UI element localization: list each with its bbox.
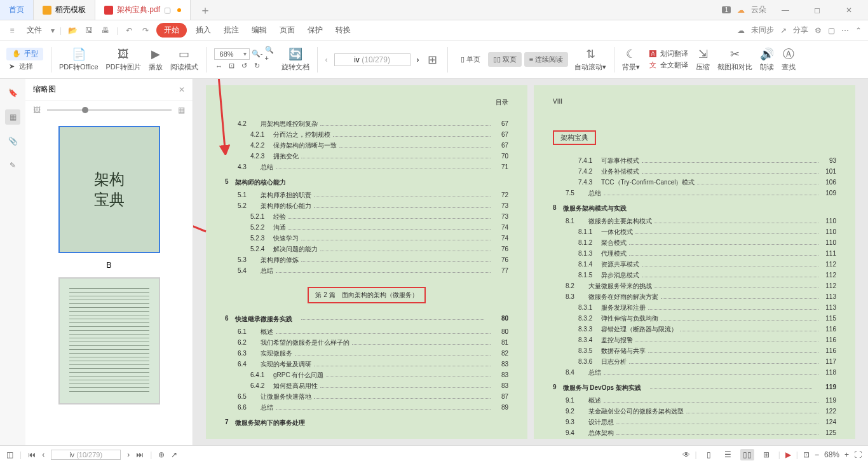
single-page[interactable]: ▯ 单页 — [456, 52, 485, 67]
pdf-to-office[interactable]: 📄PDF转Office — [59, 47, 98, 72]
sb-prev-page[interactable]: ‹ — [42, 450, 44, 459]
menu-edit[interactable]: 编辑 — [248, 24, 271, 37]
cloud-icon[interactable]: ☁ — [737, 6, 745, 15]
toc-entry: 9.2某金融创业公司的微服务架构选型122 — [553, 407, 836, 416]
play-button[interactable]: ▶播放 — [149, 47, 163, 72]
rotate-left-icon[interactable]: ↺ — [240, 61, 250, 71]
doc-icon: 📄 — [72, 47, 86, 61]
sb-fit-icon[interactable]: ⊡ — [803, 450, 810, 459]
find-btn[interactable]: Ⓐ查找 — [782, 47, 796, 72]
tab-add[interactable]: ＋ — [191, 0, 220, 20]
continuous-read[interactable]: ≡ 连续阅读 — [524, 52, 568, 67]
fit-width-icon[interactable]: ↔ — [214, 61, 224, 71]
signature-icon[interactable]: ✎ — [5, 158, 20, 173]
save-icon[interactable]: 🖫 — [83, 25, 95, 36]
sb-double-cont-view[interactable]: ⊞ — [759, 449, 773, 460]
print-icon[interactable]: 🖶 — [100, 25, 111, 36]
sb-zoom-out[interactable]: − — [815, 450, 819, 459]
select-tool[interactable]: ➤选择 — [6, 62, 43, 72]
sb-export-icon[interactable]: ↗ — [171, 450, 177, 459]
thumb-page-2[interactable] — [58, 277, 160, 404]
menu-protect[interactable]: 保护 — [304, 24, 327, 37]
seltrans-icon: 🅰 — [648, 49, 658, 59]
tab-document[interactable]: 架构宝典.pdf ▢ — [95, 0, 191, 20]
sb-zoom-in[interactable]: + — [844, 450, 849, 459]
apps-icon[interactable]: ▢ — [828, 26, 835, 35]
background-btn[interactable]: ☾背景▾ — [622, 47, 640, 72]
window-minimize[interactable]: — — [773, 6, 798, 15]
sb-single-view[interactable]: ▯ — [702, 449, 716, 460]
toc-entry: 6.2我们希望的微服务是什么样子的81 — [225, 338, 508, 347]
toc-entry: 5.2.1经验73 — [225, 212, 508, 221]
pdf-to-image[interactable]: 🖼PDF转图片 — [106, 47, 141, 72]
auto-scroll[interactable]: ⇅自动滚动▾ — [574, 47, 606, 72]
thumbnails-icon[interactable]: ▦ — [5, 109, 20, 125]
share-icon[interactable]: ↗ — [780, 26, 787, 35]
sb-insert-icon[interactable]: ⊕ — [158, 450, 165, 459]
toolbar: ✋手型 ➤选择 📄PDF转Office 🖼PDF转图片 ▶播放 ▭阅读模式 68… — [0, 41, 868, 79]
sb-continuous-view[interactable]: ☰ — [721, 449, 735, 460]
sb-last-page[interactable]: ⏭ — [136, 450, 144, 459]
more-icon[interactable]: ⋯ — [841, 26, 849, 35]
redo-icon[interactable]: ↷ — [140, 25, 151, 36]
fit-page-icon[interactable]: ⊡ — [227, 61, 237, 71]
settings-icon[interactable]: ⚙ — [815, 26, 822, 35]
sb-page-input[interactable]: iv (10/279) — [51, 450, 121, 460]
thumbnail-list[interactable]: 架构宝典 B — [25, 120, 193, 445]
sync-icon[interactable]: ☁ — [737, 26, 745, 35]
menu-start[interactable]: 开始 — [156, 23, 187, 38]
undo-icon[interactable]: ↶ — [123, 25, 135, 36]
menu-icon[interactable]: ≡ — [6, 25, 18, 36]
sb-eye-icon[interactable]: 👁 — [682, 450, 690, 459]
crop-compare-btn[interactable]: ✂截图和对比 — [717, 47, 752, 72]
unsync-label[interactable]: 未同步 — [751, 25, 774, 36]
sel-translate[interactable]: 🅰划词翻译 — [648, 49, 688, 59]
find-icon: Ⓐ — [782, 47, 796, 61]
read-mode[interactable]: ▭阅读模式 — [170, 47, 198, 72]
next-page-icon[interactable]: › — [417, 55, 419, 64]
thumb-page-1[interactable]: 架构宝典 — [58, 126, 160, 253]
read-aloud-btn[interactable]: 🔊朗读 — [760, 47, 774, 72]
prev-page-icon[interactable]: ‹ — [325, 55, 328, 64]
compress-btn[interactable]: ⇲压缩 — [696, 47, 710, 72]
thumb-grid-icon[interactable]: ▦ — [178, 106, 185, 114]
sb-first-page[interactable]: ⏮ — [28, 450, 36, 459]
toc-entry: 6.6总结89 — [225, 403, 508, 412]
tab-template[interactable]: 稻壳模板 — [34, 0, 95, 20]
zoom-in-icon[interactable]: 🔍+ — [265, 49, 275, 59]
sb-play-icon[interactable]: ▶ — [785, 450, 791, 459]
menu-annotate[interactable]: 批注 — [220, 24, 243, 37]
rotate-right-icon[interactable]: ↻ — [252, 61, 262, 71]
bookmark-icon[interactable]: 🔖 — [5, 85, 20, 100]
rotate-document[interactable]: 🔄旋转文档 — [281, 47, 309, 72]
sb-double-view[interactable]: ▯▯ — [740, 449, 754, 460]
document-viewer[interactable]: 目录 4.2用架构思维控制复杂674.2.1分而治之，控制规模674.2.2保持… — [193, 79, 868, 445]
thumb-size-slider[interactable] — [47, 109, 172, 111]
cast-icon[interactable]: ▢ — [164, 6, 171, 15]
window-close[interactable]: ✕ — [836, 6, 862, 15]
menu-page[interactable]: 页面 — [276, 24, 299, 37]
badge-count[interactable]: 1 — [722, 6, 731, 13]
chevron-up-icon[interactable]: ⌃ — [855, 26, 862, 35]
window-maximize[interactable]: ◻ — [804, 6, 830, 15]
menu-convert[interactable]: 转换 — [332, 24, 355, 37]
sb-panel-icon[interactable]: ◫ — [6, 450, 13, 459]
tab-home[interactable]: 首页 — [0, 0, 34, 20]
open-icon[interactable]: 📂 — [67, 25, 78, 36]
attachment-icon[interactable]: 📎 — [5, 134, 20, 149]
page-input-top[interactable]: iv (10/279) — [334, 53, 410, 66]
close-panel-icon[interactable]: ✕ — [179, 85, 185, 94]
double-page[interactable]: ▯▯ 双页 — [488, 52, 522, 67]
zoom-select[interactable]: 68% — [214, 48, 250, 60]
menu-file[interactable]: 文件 — [23, 24, 46, 37]
menu-insert[interactable]: 插入 — [192, 24, 215, 37]
sb-fullscreen-icon[interactable]: ⛶ — [854, 450, 862, 459]
tab-home-label: 首页 — [9, 4, 24, 15]
share-label[interactable]: 分享 — [793, 25, 808, 36]
thumb-view-icon[interactable]: 🖼 — [33, 106, 41, 114]
zoom-out-icon[interactable]: 🔍‑ — [252, 49, 262, 59]
page-grid[interactable]: ⊞ — [426, 53, 440, 67]
full-translate[interactable]: 文全文翻译 — [648, 60, 688, 71]
sb-next-page[interactable]: › — [127, 450, 130, 459]
hand-tool[interactable]: ✋手型 — [6, 48, 43, 60]
